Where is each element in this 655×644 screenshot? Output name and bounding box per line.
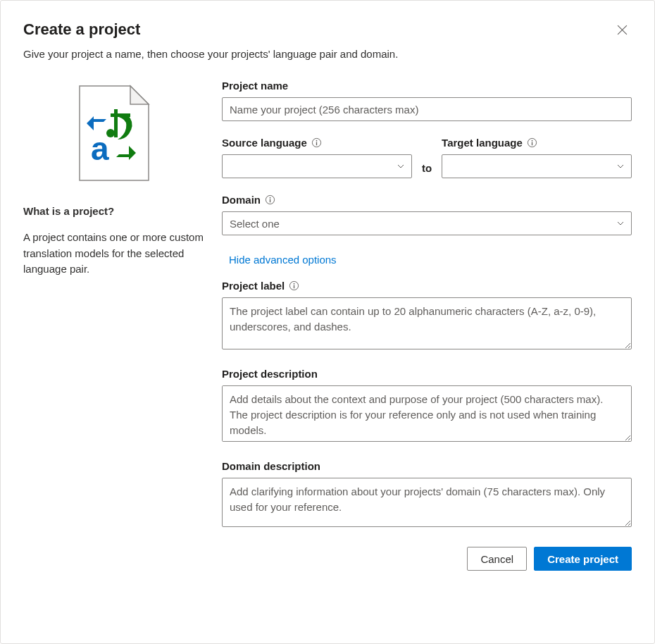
svg-point-9	[270, 197, 271, 199]
dialog-header: Create a project	[23, 20, 632, 39]
target-language-label: Target language	[442, 137, 632, 149]
cancel-button[interactable]: Cancel	[467, 547, 527, 571]
sidebar-text: A project contains one or more custom tr…	[23, 230, 205, 278]
domain-label-text: Domain	[222, 194, 261, 206]
project-description-group: Project description	[222, 368, 632, 445]
svg-point-6	[532, 140, 533, 142]
project-name-label: Project name	[222, 80, 632, 92]
source-language-select[interactable]	[222, 154, 412, 178]
source-language-label-text: Source language	[222, 137, 307, 149]
info-icon	[527, 137, 537, 148]
sidebar-heading: What is a project?	[23, 205, 205, 217]
create-project-button[interactable]: Create project	[534, 547, 632, 571]
info-icon	[265, 194, 275, 205]
project-description-input[interactable]	[222, 385, 632, 442]
dialog-title: Create a project	[23, 20, 140, 39]
source-language-label: Source language	[222, 137, 412, 149]
info-icon	[289, 280, 299, 291]
dialog-subtitle: Give your project a name, then choose yo…	[23, 48, 632, 60]
project-name-group: Project name	[222, 80, 632, 121]
svg-point-3	[316, 140, 318, 142]
close-button[interactable]	[613, 20, 632, 39]
domain-description-label: Domain description	[222, 460, 632, 472]
svg-text:a: a	[91, 130, 109, 167]
language-row: Source language to Target language	[222, 137, 632, 178]
language-to-label: to	[412, 162, 442, 178]
target-language-group: Target language	[442, 137, 632, 178]
target-language-select[interactable]	[442, 154, 632, 178]
document-illustration: a	[23, 84, 205, 182]
project-label-input[interactable]	[222, 297, 632, 349]
source-language-group: Source language	[222, 137, 412, 178]
domain-select[interactable]: Select one	[222, 211, 632, 235]
dialog-body: a What is a project? A project contains …	[23, 80, 632, 626]
create-project-dialog: Create a project Give your project a nam…	[0, 0, 655, 644]
form: Project name Source language to	[222, 80, 632, 626]
svg-rect-10	[270, 199, 270, 203]
svg-rect-7	[532, 142, 532, 146]
target-language-label-text: Target language	[442, 137, 523, 149]
translate-document-icon: a	[75, 84, 153, 182]
project-name-input[interactable]	[222, 97, 632, 121]
project-label-label-text: Project label	[222, 280, 285, 292]
domain-description-input[interactable]	[222, 478, 632, 527]
svg-rect-13	[294, 285, 294, 289]
dialog-footer: Cancel Create project	[222, 547, 632, 571]
domain-description-group: Domain description	[222, 460, 632, 530]
close-icon	[617, 25, 628, 35]
domain-group: Domain Select one	[222, 194, 632, 235]
toggle-advanced-button[interactable]: Hide advanced options	[229, 254, 632, 266]
sidebar: a What is a project? A project contains …	[23, 80, 205, 626]
domain-label: Domain	[222, 194, 632, 206]
project-label-label: Project label	[222, 280, 632, 292]
project-label-group: Project label	[222, 280, 632, 352]
svg-rect-4	[316, 142, 317, 146]
svg-point-12	[294, 283, 295, 285]
info-icon	[311, 137, 322, 148]
project-description-label: Project description	[222, 368, 632, 380]
